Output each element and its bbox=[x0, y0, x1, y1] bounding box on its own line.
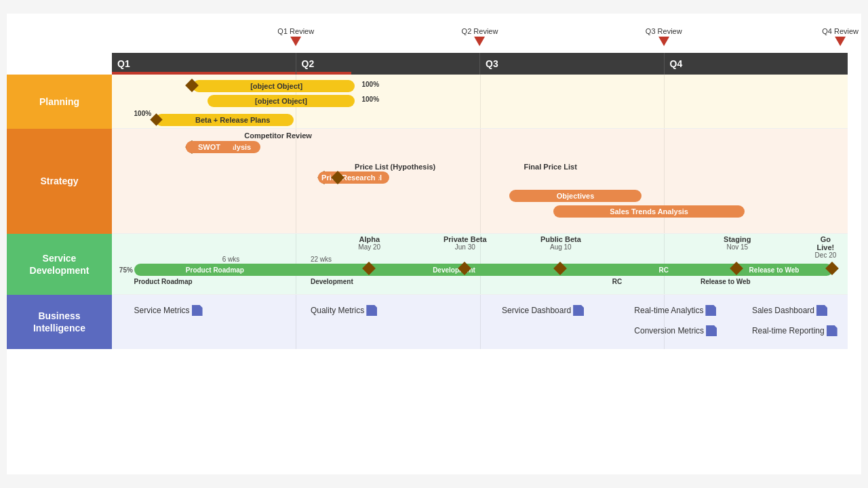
strategy-objectives-bar-inner: Objectives bbox=[509, 190, 642, 202]
timeline-bar: Q1 Q2 Q3 Q4 bbox=[112, 53, 848, 75]
service-dev-label: ServiceDevelopment bbox=[7, 234, 112, 295]
quality-metrics-item: Quality Metrics bbox=[311, 305, 377, 316]
wks-6-label: 6 wks bbox=[222, 256, 240, 263]
vision-bar: [object Object] bbox=[193, 80, 355, 92]
strategy-label: Strategy bbox=[7, 129, 112, 234]
q3-segment: Q3 bbox=[480, 53, 665, 75]
planning-content: [object Object] 100% [object Object] 100… bbox=[112, 75, 848, 129]
q2-review-label: Q2 Review bbox=[462, 27, 498, 35]
q4-segment: Q4 bbox=[665, 53, 848, 75]
goals-row: 100% Goals Strategic Intent Sales Budget bbox=[134, 110, 172, 117]
sales-dashboard-item: Sales Dashboard bbox=[752, 305, 827, 316]
pct-75-label: 75% bbox=[119, 266, 133, 274]
service-dev-content: Alpha May 20 Private Beta Jun 30 Public … bbox=[112, 234, 848, 295]
go-live-label: Go Live! Dec 20 bbox=[814, 235, 837, 259]
bi-row: BusinessIntelligence Service Metrics Qua… bbox=[7, 295, 861, 349]
q1-segment: Q1 bbox=[112, 53, 296, 75]
market-swot-row: Market Analysis SWOT bbox=[186, 142, 198, 152]
objectives-pct: 100% bbox=[361, 96, 379, 103]
realtime-analytics-item: Real-time Analytics bbox=[634, 305, 716, 316]
gantt-chart: Q1 Review Q2 Review Q3 Review Q4 Review … bbox=[7, 14, 861, 474]
strategy-content: Competitor Review Market Analysis SWOT P… bbox=[112, 129, 848, 234]
private-beta-label: Private Beta Jun 30 bbox=[443, 235, 487, 251]
final-price-label: Final Price List bbox=[524, 163, 577, 171]
beta-release-bar-inner: Beta + Release Plans bbox=[172, 114, 294, 126]
bi-label: BusinessIntelligence bbox=[7, 295, 112, 349]
alpha-label: Alpha May 20 bbox=[358, 235, 380, 251]
planning-row: Planning [object Object] 100% bbox=[7, 75, 861, 129]
product-roadmap-bottom-label: Product Roadmap bbox=[134, 278, 193, 285]
realtime-reporting-item: Real-time Reporting bbox=[752, 325, 837, 336]
staging-label: Staging Nov 15 bbox=[724, 235, 751, 251]
q1-review-label: Q1 Review bbox=[277, 27, 314, 35]
service-metrics-item: Service Metrics bbox=[134, 305, 203, 316]
q4-review-label: Q4 Review bbox=[822, 27, 859, 35]
strategy-row: Strategy Competitor Review Market Analys… bbox=[7, 129, 861, 234]
service-dashboard-item: Service Dashboard bbox=[502, 305, 584, 316]
q2-segment: Q2 bbox=[296, 53, 481, 75]
swot-bar: SWOT bbox=[186, 141, 233, 153]
public-beta-label: Public Beta Aug 10 bbox=[540, 235, 581, 251]
vision-pct: 100% bbox=[361, 81, 379, 88]
product-roadmap-bar: Product Roadmap bbox=[134, 264, 296, 276]
sales-trends-bar-inner: Sales Trends Analysis bbox=[553, 205, 745, 218]
price-research-bar: Price Research bbox=[318, 171, 379, 184]
planning-label: Planning bbox=[7, 75, 112, 129]
biz-price-row: Business Model Price Research bbox=[318, 173, 344, 182]
service-dev-row: ServiceDevelopment Alpha May 20 Private … bbox=[7, 234, 861, 295]
price-list-hyp-label: Price List (Hypothesis) bbox=[355, 163, 435, 171]
rc-bottom-label: RC bbox=[612, 278, 622, 285]
wks-22-label: 22 wks bbox=[311, 256, 332, 263]
release-web-bottom-label: Release to Web bbox=[701, 278, 751, 285]
q3-review-label: Q3 Review bbox=[646, 27, 682, 35]
development-bottom-label: Development bbox=[311, 278, 353, 285]
bi-content: Service Metrics Quality Metrics Service … bbox=[112, 295, 848, 349]
objectives-bar: [object Object] bbox=[208, 95, 355, 107]
conversion-metrics-item: Conversion Metrics bbox=[634, 325, 717, 336]
rc-bar: RC bbox=[612, 264, 715, 276]
gantt-rows: Planning [object Object] 100% bbox=[7, 75, 861, 349]
competitor-review-label: Competitor Review bbox=[244, 131, 312, 140]
